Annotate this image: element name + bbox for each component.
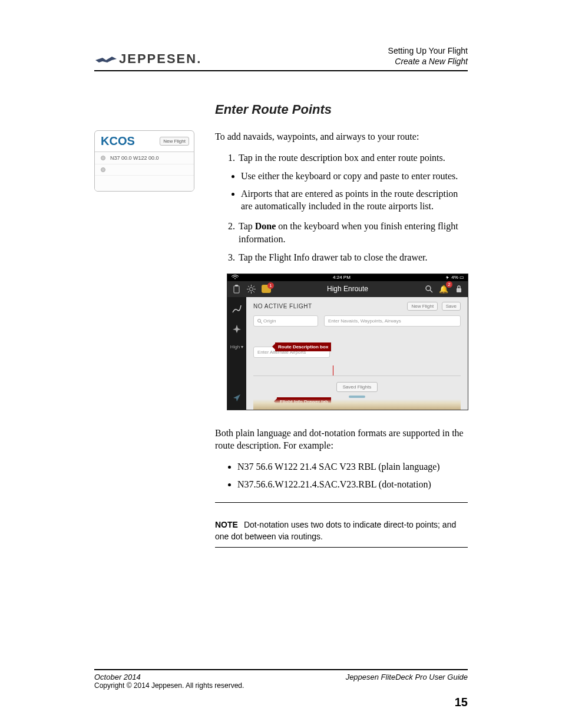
- wifi-icon: [231, 275, 239, 281]
- step-3: Tap the Flight Info drawer tab to close …: [237, 251, 468, 264]
- status-bar: 4:24 PM 4% ▭: [227, 274, 468, 281]
- status-battery: 4% ▭: [444, 275, 464, 280]
- footer-guide-title: Jeppesen FliteDeck Pro User Guide: [346, 673, 468, 681]
- svg-line-15: [260, 322, 262, 324]
- svg-line-7: [248, 286, 249, 287]
- svg-rect-0: [234, 286, 239, 293]
- new-flight-button[interactable]: New Flight: [407, 302, 438, 311]
- plane-icon[interactable]: [232, 324, 242, 334]
- step-1-bullet-2: Airports that are entered as points in t…: [241, 187, 468, 213]
- app-main-pane: NO ACTIVE FLIGHT New Flight Save Origin …: [246, 297, 468, 410]
- text-cursor-indicator: [333, 365, 333, 376]
- route-icon[interactable]: [232, 304, 242, 314]
- save-button[interactable]: Save: [442, 302, 461, 311]
- status-time: 4:24 PM: [333, 275, 351, 280]
- thumbnail-panel: KCOS New Flight N37 00.0 W122 00.0: [94, 130, 194, 192]
- origin-input[interactable]: Origin: [253, 315, 318, 327]
- svg-point-14: [258, 319, 261, 322]
- note-box: NOTEDot-notation uses two dots to indica…: [215, 515, 468, 547]
- svg-line-9: [248, 291, 249, 292]
- example-dot: N37.56.6.W122.21.4.SAC.V23.RBL (dot-nota…: [237, 478, 468, 491]
- location-icon[interactable]: [232, 393, 242, 403]
- step-1: Tap in the route description box and ent…: [237, 151, 468, 213]
- no-active-flight-label: NO ACTIVE FLIGHT: [253, 303, 312, 309]
- side-high-label[interactable]: High ▾: [230, 344, 244, 350]
- gear-icon[interactable]: [247, 285, 256, 294]
- svg-rect-13: [457, 288, 461, 292]
- section-title: Enter Route Points: [215, 102, 468, 117]
- thumb-new-flight-button[interactable]: New Flight: [160, 137, 189, 146]
- saved-flights-button[interactable]: Saved Flights: [336, 382, 378, 392]
- logo-bird-icon: [94, 53, 118, 65]
- search-icon[interactable]: [424, 285, 433, 294]
- drawer-tab-handle[interactable]: [349, 396, 365, 398]
- page-header: JEPPESEN. Setting Up Your Flight Create …: [94, 46, 468, 69]
- page-number: 15: [94, 696, 468, 709]
- svg-line-8: [253, 291, 254, 292]
- svg-point-2: [250, 287, 253, 291]
- svg-line-12: [430, 290, 432, 292]
- bell-icon[interactable]: 🔔: [439, 285, 448, 294]
- note-text: Dot-notation uses two dots to indicate d…: [215, 520, 456, 541]
- svg-point-11: [426, 286, 431, 291]
- note-rule-top: [215, 502, 468, 503]
- note-rule-bottom: [215, 547, 468, 548]
- thumb-waypoint-text: N37 00.0 W122 00.0: [110, 155, 159, 161]
- footer-rule: [94, 669, 468, 670]
- header-context: Setting Up Your Flight Create a New Flig…: [388, 46, 468, 67]
- svg-rect-1: [235, 285, 238, 286]
- app-screenshot: 4:24 PM 4% ▭ High Enroute: [227, 274, 468, 410]
- header-subsection: Create a New Flight: [388, 57, 468, 67]
- intro-text: To add navaids, waypoints, and airways t…: [215, 130, 468, 143]
- header-rule: [94, 70, 468, 71]
- step-2: Tap Done on the keyboard when you finish…: [237, 220, 468, 245]
- app-sidebar: High ▾: [227, 297, 246, 410]
- header-section: Setting Up Your Flight: [388, 46, 468, 57]
- waypoint-dot-icon: [101, 156, 105, 160]
- footer-date: October 2014: [94, 673, 141, 681]
- waypoint-dot-icon: [101, 167, 105, 172]
- app-title: High Enroute: [277, 285, 418, 293]
- page-footer: October 2014 Jeppesen FliteDeck Pro User…: [94, 668, 468, 709]
- alert-badge-icon[interactable]: [262, 285, 271, 293]
- logo-text: JEPPESEN.: [119, 51, 201, 67]
- logo: JEPPESEN.: [94, 51, 201, 67]
- note-label: NOTE: [215, 520, 238, 529]
- example-plain: N37 56.6 W122 21.4 SAC V23 RBL (plain la…: [237, 460, 468, 473]
- map-terrain: [253, 399, 461, 410]
- footer-copyright: Copyright © 2014 Jeppesen. All rights re…: [94, 681, 468, 690]
- callout-route-desc: Route Description box: [275, 342, 331, 351]
- lock-icon[interactable]: [454, 285, 463, 294]
- post-figure-text: Both plain language and dot-notation for…: [215, 427, 468, 452]
- thumb-airport-code: KCOS: [101, 134, 135, 148]
- clipboard-icon[interactable]: [232, 285, 241, 294]
- svg-line-10: [253, 286, 254, 287]
- step-1-bullet-1: Use either the keyboard or copy and past…: [241, 170, 468, 183]
- route-input[interactable]: Enter Navaids, Waypoints, Airways: [324, 315, 461, 327]
- app-topbar: High Enroute 🔔: [227, 281, 468, 297]
